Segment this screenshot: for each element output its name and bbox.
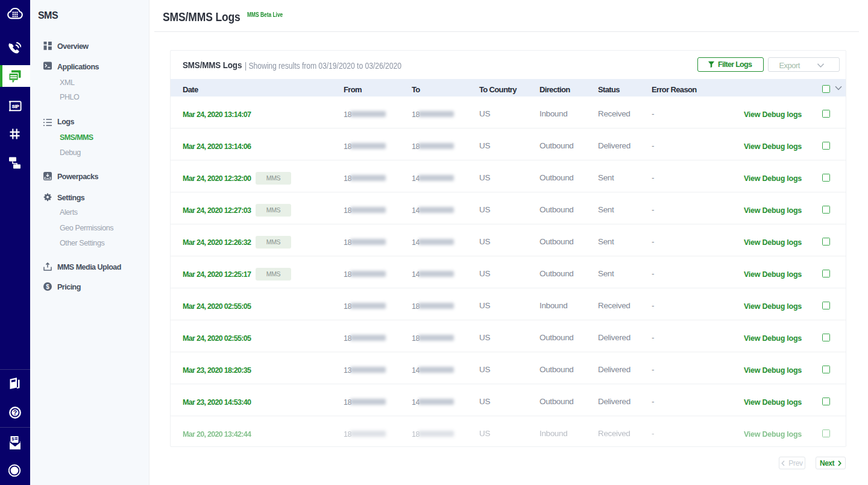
svg-text:$: $ [12,437,14,442]
svg-text:SIP: SIP [12,104,19,109]
svg-text:$: $ [46,283,49,290]
svg-text:?: ? [13,409,17,416]
